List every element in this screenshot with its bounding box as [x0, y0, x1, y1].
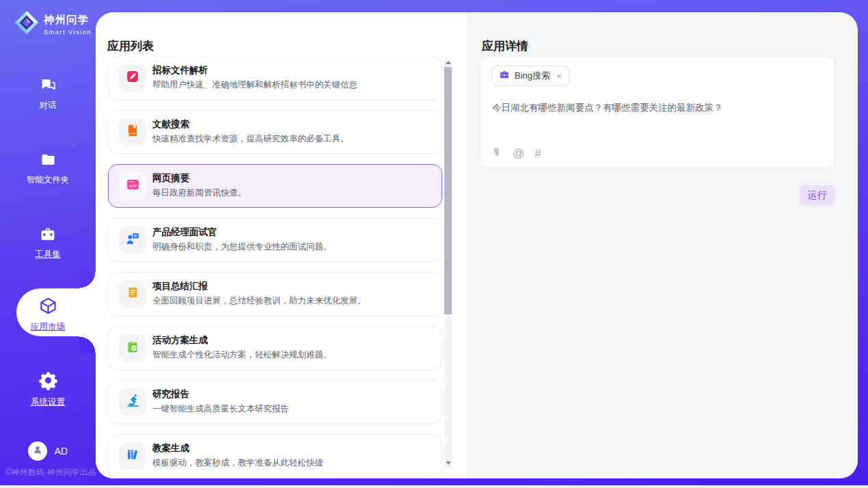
app-icon-tile — [119, 442, 146, 470]
cube-icon — [39, 297, 57, 315]
browser-code-icon: </> — [126, 178, 140, 194]
sidebar-item-label: 工具集 — [0, 249, 96, 260]
svg-text:</>: </> — [128, 183, 137, 189]
run-button[interactable]: 运行 — [800, 185, 835, 206]
app-card[interactable]: 研究报告一键智能生成高质量长文本研究报告 — [108, 380, 442, 424]
interview-presenter-icon — [126, 232, 140, 249]
sidebar-item-5[interactable]: 系统设置 — [0, 370, 96, 408]
user-initials: AD — [55, 446, 68, 457]
app-card[interactable]: 教案生成模板驱动，教案秒成，教学准备从此轻松快捷 — [108, 434, 442, 478]
toolbox-icon — [38, 226, 57, 244]
user-row[interactable]: AD — [0, 442, 96, 461]
app-card[interactable]: </>网页摘要每日政府新闻资讯快查。 — [108, 164, 442, 208]
close-icon[interactable]: × — [556, 71, 562, 81]
hash-icon[interactable]: # — [534, 147, 541, 160]
app-card-desc: 快速精准查找学术资源，提高研究效率的必备工具。 — [152, 133, 349, 145]
app-card-desc: 智能生成个性化活动方案，轻松解决规划难题。 — [152, 349, 332, 361]
prompt-text[interactable]: 今日湖北有哪些新闻要点？有哪些需要关注的最新政策？ — [492, 102, 820, 114]
brand-logo: 神州问学 Smart Vision — [14, 10, 92, 38]
app-detail-title: 应用详情 — [482, 38, 528, 54]
scroll-down-icon[interactable] — [446, 461, 451, 465]
app-card-desc: 帮助用户快速、准确地理解和解析招标书中的关键信息 — [152, 79, 357, 91]
list-scrollbar[interactable] — [444, 57, 452, 468]
app-card-name: 活动方案生成 — [152, 334, 208, 347]
app-icon-tile — [119, 64, 146, 92]
app-card[interactable]: 活动方案生成智能生成个性化活动方案，轻松解决规划难题。 — [108, 326, 442, 370]
app-icon-tile — [119, 118, 146, 146]
scroll-up-icon[interactable] — [446, 61, 451, 64]
app-card-name: 教案生成 — [152, 442, 189, 455]
sidebar-item-label: 系统设置 — [0, 396, 96, 408]
sidebar-item-label: 对话 — [0, 100, 96, 111]
app-list-panel: 应用列表 招标文件解析帮助用户快速、准确地理解和解析招标书中的关键信息文献搜索快… — [96, 12, 467, 478]
books-icon — [126, 448, 139, 464]
app-card[interactable]: 招标文件解析帮助用户快速、准确地理解和解析招标书中的关键信息 — [108, 56, 442, 100]
app-list-title: 应用列表 — [107, 38, 154, 54]
scrollbar-thumb[interactable] — [444, 67, 452, 314]
sidebar-item-4[interactable]: 应用市场 — [0, 297, 96, 333]
main-content: 应用列表 招标文件解析帮助用户快速、准确地理解和解析招标书中的关键信息文献搜索快… — [96, 12, 858, 478]
copyright-text: ©神州数码·神州问学出品 — [5, 467, 96, 478]
briefcase-icon — [499, 69, 510, 83]
avatar[interactable] — [28, 442, 47, 461]
app-card-name: 项目总结汇报 — [152, 280, 208, 293]
app-card-name: 文献搜索 — [152, 118, 189, 131]
app-icon-tile — [119, 388, 146, 416]
app-card-desc: 明确身份和职责，为您提供专业性的面试问题。 — [152, 241, 332, 253]
sidebar-item-3[interactable]: 工具集 — [0, 226, 96, 260]
chat-icon — [39, 77, 57, 95]
app-card-name: 招标文件解析 — [152, 64, 208, 77]
app-card-desc: 模板驱动，教案秒成，教学准备从此轻松快捷 — [152, 457, 323, 469]
sidebar-item-label: 智能文件夹 — [0, 174, 96, 186]
app-card[interactable]: 文献搜索快速精准查找学术资源，提高研究效率的必备工具。 — [108, 110, 442, 154]
app-icon-tile — [119, 280, 146, 308]
book-icon — [126, 124, 139, 140]
app-icon-tile — [119, 334, 146, 362]
paperclip-icon[interactable] — [491, 146, 502, 161]
microscope-icon — [126, 394, 140, 411]
tool-tag-label: Bing搜索 — [515, 70, 550, 82]
app-icon-tile — [119, 226, 146, 254]
app-card-desc: 每日政府新闻资讯快查。 — [152, 187, 247, 199]
brand-subtitle: Smart Vision — [44, 29, 92, 36]
brand-name: 神州问学 — [44, 13, 92, 27]
gem-diamond-icon — [14, 10, 40, 38]
app-card-desc: 一键智能生成高质量长文本研究报告 — [152, 403, 289, 415]
note-document-icon — [126, 286, 139, 302]
folder-icon — [39, 152, 57, 170]
app-icon-tile: </> — [119, 172, 146, 200]
app-card-name: 网页摘要 — [152, 172, 189, 185]
edit-document-icon — [126, 70, 139, 86]
bubble-notch-bottom — [79, 336, 96, 353]
app-card[interactable]: 项目总结汇报全面回顾项目进展，总结经验教训，助力未来优化发展。 — [108, 272, 442, 316]
prompt-card: Bing搜索 × 今日湖北有哪些新闻要点？有哪些需要关注的最新政策？ @ # — [480, 56, 835, 168]
app-card-desc: 全面回顾项目进展，总结经验教训，助力未来优化发展。 — [152, 295, 366, 307]
gear-icon — [38, 370, 58, 389]
app-card[interactable]: 产品经理面试官明确身份和职责，为您提供专业性的面试问题。 — [108, 218, 442, 262]
app-card-name: 研究报告 — [152, 388, 189, 401]
at-sign-icon[interactable]: @ — [513, 147, 524, 160]
sidebar-item-1[interactable]: 对话 — [0, 77, 96, 111]
sidebar-item-label: 应用市场 — [0, 321, 96, 333]
sidebar-item-2[interactable]: 智能文件夹 — [0, 152, 96, 186]
tool-tag-chip[interactable]: Bing搜索 × — [491, 66, 569, 86]
person-icon — [32, 444, 43, 458]
bubble-notch-top — [79, 272, 96, 288]
clipboard-check-icon — [126, 340, 139, 357]
app-card-name: 产品经理面试官 — [152, 226, 217, 239]
